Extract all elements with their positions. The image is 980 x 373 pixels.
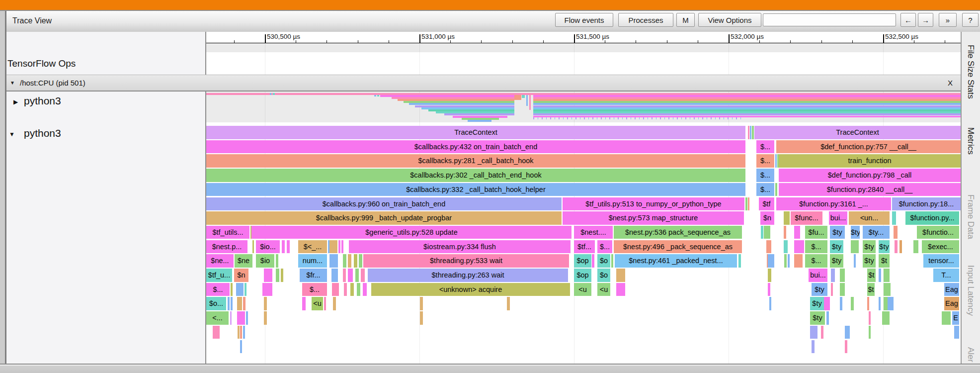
trace-event-sliver[interactable] — [840, 269, 845, 282]
trace-event-bar[interactable]: $function.py... — [905, 211, 959, 225]
bottom-splitter-bar[interactable] — [0, 364, 980, 373]
trace-event-sliver[interactable] — [282, 240, 285, 254]
trace-event-sliver[interactable] — [867, 297, 869, 310]
trace-event-bar[interactable]: $threading.py:533 wait — [363, 254, 569, 268]
forward-arrow-button[interactable]: → — [918, 13, 933, 27]
trace-event-sliver[interactable] — [831, 283, 833, 296]
trace-event-sliver[interactable] — [324, 297, 326, 310]
trace-event-sliver[interactable] — [252, 240, 254, 254]
trace-event-sliver[interactable] — [840, 297, 842, 310]
trace-event-sliver[interactable] — [240, 326, 242, 339]
help-button[interactable]: ? — [962, 13, 979, 27]
trace-event-bar[interactable]: <u — [312, 297, 323, 310]
trace-event-bar[interactable]: $<_... — [298, 240, 327, 254]
trace-event-bar[interactable]: $tf_utils... — [206, 226, 249, 239]
trace-event-sliver[interactable] — [264, 269, 272, 282]
trace-event-sliver[interactable] — [884, 283, 891, 296]
trace-event-bar[interactable]: $n — [760, 211, 774, 225]
trace-event-sliver[interactable] — [824, 297, 830, 310]
trace-event-sliver[interactable] — [243, 326, 245, 339]
side-tab-file-size-stats[interactable]: File Size Stats — [966, 45, 976, 99]
trace-event-sliver[interactable] — [854, 254, 856, 268]
trace-event-sliver[interactable] — [884, 269, 890, 282]
trace-event-sliver[interactable] — [616, 269, 625, 282]
trace-event-sliver[interactable] — [768, 254, 774, 268]
trace-event-sliver[interactable] — [784, 254, 787, 268]
trace-event-sliver[interactable] — [748, 197, 749, 211]
trace-event-bar[interactable]: $t — [867, 269, 876, 282]
trace-event-bar[interactable]: $ty — [851, 226, 860, 239]
trace-event-bar[interactable]: $function.py:18... — [892, 197, 961, 211]
trace-event-bar[interactable]: $tf_utils.py:513 to_numpy_or_python_type — [563, 197, 744, 211]
search-input[interactable] — [763, 13, 896, 26]
trace-event-sliver[interactable] — [361, 269, 365, 282]
trace-event-sliver[interactable] — [775, 183, 777, 196]
more-panels-button[interactable]: » — [939, 13, 957, 27]
trace-event-bar[interactable]: $callbacks.py:999 _batch_update_progbar — [206, 211, 562, 225]
trace-event-sliver[interactable] — [236, 283, 244, 296]
process-header-host-cpu[interactable]: ▼ /host:CPU (pid 501) X — [6, 75, 961, 92]
trace-event-sliver[interactable] — [355, 269, 359, 282]
trace-event-sliver[interactable] — [869, 311, 871, 325]
trace-event-bar[interactable]: $nest.... — [574, 226, 613, 239]
trace-event-bar[interactable]: $nest.p... — [206, 240, 247, 254]
trace-event-bar[interactable]: TraceContext — [754, 126, 961, 139]
trace-event-sliver[interactable] — [350, 283, 354, 296]
trace-event-bar[interactable]: Eag — [944, 283, 959, 296]
trace-event-sliver[interactable] — [230, 311, 232, 325]
trace-event-bar[interactable]: $... — [597, 240, 612, 254]
trace-event-sliver[interactable] — [354, 254, 357, 268]
trace-event-sliver[interactable] — [344, 283, 347, 296]
trace-event-sliver[interactable] — [892, 211, 896, 225]
trace-event-bar[interactable]: $o... — [206, 297, 226, 310]
trace-event-bar[interactable]: $ty — [830, 254, 843, 268]
trace-event-bar[interactable]: $... — [805, 254, 827, 268]
trace-event-sliver[interactable] — [769, 297, 771, 310]
trace-event-sliver[interactable] — [821, 326, 823, 339]
trace-event-bar[interactable]: $ty — [812, 283, 827, 296]
trace-event-sliver[interactable] — [343, 269, 346, 282]
trace-event-sliver[interactable] — [784, 240, 788, 254]
trace-event-sliver[interactable] — [745, 197, 747, 211]
trace-event-bar[interactable]: $nest.py:496 _pack_sequence_as — [614, 240, 742, 254]
trace-event-sliver[interactable] — [338, 240, 340, 254]
trace-event-sliver[interactable] — [845, 340, 847, 354]
trace-event-bar[interactable]: train_function — [779, 154, 961, 168]
trace-event-bar[interactable]: <u — [574, 283, 591, 296]
trace-event-sliver[interactable] — [237, 297, 242, 310]
trace-event-bar[interactable]: $callbacks.py:281 _call_batch_hook — [206, 154, 745, 168]
trace-event-bar[interactable]: $ty — [810, 297, 824, 310]
trace-event-bar[interactable]: $ty — [830, 226, 845, 239]
trace-event-bar[interactable]: $ne — [235, 254, 252, 268]
trace-event-sliver[interactable] — [888, 297, 894, 310]
trace-event-bar[interactable]: $callbacks.py:960 on_train_batch_end — [206, 197, 562, 211]
trace-event-sliver[interactable] — [246, 311, 248, 325]
trace-event-sliver[interactable] — [611, 254, 613, 268]
trace-event-sliver[interactable] — [231, 297, 233, 310]
trace-event-sliver[interactable] — [752, 126, 754, 139]
trace-event-sliver[interactable] — [882, 311, 890, 325]
trace-event-sliver[interactable] — [420, 297, 423, 310]
trace-event-bar[interactable]: $tf_u... — [206, 269, 232, 282]
trace-event-bar[interactable]: $tf — [759, 197, 774, 211]
trace-event-bar[interactable]: $ty — [863, 240, 876, 254]
trace-event-sliver[interactable] — [766, 240, 771, 254]
trace-event-bar[interactable]: $nest.py:573 map_structure — [563, 211, 744, 225]
trace-event-sliver[interactable] — [276, 254, 278, 268]
trace-event-bar[interactable]: E — [952, 311, 959, 325]
trace-event-bar[interactable]: $fr... — [300, 269, 327, 282]
trace-event-sliver[interactable] — [784, 211, 790, 225]
trace-event-sliver[interactable] — [245, 283, 246, 296]
trace-event-sliver[interactable] — [869, 326, 871, 339]
trace-event-sliver[interactable] — [302, 297, 306, 310]
processes-button[interactable]: Processes — [618, 13, 673, 27]
trace-event-bar[interactable]: $iostream.py:334 flush — [349, 240, 571, 254]
trace-event-bar[interactable]: $generic_utils.py:528 update — [251, 226, 572, 239]
trace-event-sliver[interactable] — [331, 269, 338, 282]
trace-event-sliver[interactable] — [592, 254, 594, 268]
trace-event-bar[interactable]: $... — [756, 169, 774, 182]
trace-event-bar[interactable]: $t — [879, 254, 890, 268]
trace-event-bar[interactable]: bui... — [809, 269, 827, 282]
trace-event-bar[interactable]: $ty... — [863, 226, 890, 239]
trace-event-sliver[interactable] — [845, 326, 850, 339]
